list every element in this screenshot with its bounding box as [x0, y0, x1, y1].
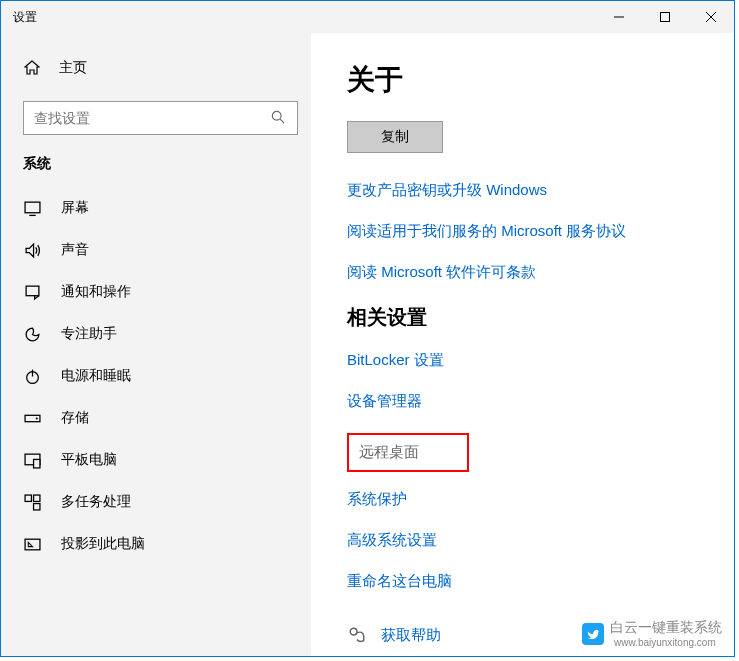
- power-icon: [23, 367, 41, 385]
- search-icon: [271, 110, 287, 126]
- watermark: 白云一键重装系统 www.baiyunxitong.com: [582, 619, 722, 648]
- nav-item-multitask[interactable]: 多任务处理: [1, 481, 311, 523]
- sidebar: 主页 系统 屏幕: [1, 33, 311, 656]
- watermark-text: 白云一键重装系统: [610, 619, 722, 637]
- svg-point-12: [35, 417, 37, 419]
- related-advanced-settings[interactable]: 高级系统设置: [347, 531, 734, 550]
- help-icon: [347, 625, 367, 645]
- focus-icon: [23, 325, 41, 343]
- search-wrap: [1, 101, 311, 135]
- nav-label: 通知和操作: [61, 283, 131, 301]
- svg-rect-15: [25, 495, 31, 501]
- highlight-box: 远程桌面: [347, 433, 469, 472]
- related-remote-desktop: 远程桌面: [359, 443, 419, 462]
- maximize-button[interactable]: [642, 1, 688, 33]
- titlebar: 设置: [1, 1, 734, 33]
- svg-point-4: [272, 111, 281, 120]
- main-content: 关于 复制 更改产品密钥或升级 Windows 阅读适用于我们服务的 Micro…: [311, 33, 734, 656]
- page-title: 关于: [347, 61, 734, 99]
- svg-line-5: [280, 119, 284, 123]
- nav-label: 屏幕: [61, 199, 89, 217]
- nav-item-storage[interactable]: 存储: [1, 397, 311, 439]
- related-bitlocker[interactable]: BitLocker 设置: [347, 351, 734, 370]
- nav-item-notifications[interactable]: 通知和操作: [1, 271, 311, 313]
- nav-item-project[interactable]: 投影到此电脑: [1, 523, 311, 565]
- content: 主页 系统 屏幕: [1, 33, 734, 656]
- section-header: 系统: [1, 151, 311, 187]
- nav-label: 投影到此电脑: [61, 535, 145, 553]
- watermark-icon: [582, 623, 604, 645]
- related-settings-title: 相关设置: [347, 304, 734, 331]
- settings-window: 设置 主页: [0, 0, 735, 657]
- nav-item-sound[interactable]: 声音: [1, 229, 311, 271]
- sound-icon: [23, 241, 41, 259]
- home-icon: [23, 59, 41, 77]
- svg-rect-16: [33, 495, 39, 501]
- svg-point-19: [350, 628, 357, 635]
- nav-item-power[interactable]: 电源和睡眠: [1, 355, 311, 397]
- svg-rect-14: [33, 459, 39, 468]
- link-product-key[interactable]: 更改产品密钥或升级 Windows: [347, 181, 734, 200]
- nav-item-display[interactable]: 屏幕: [1, 187, 311, 229]
- nav-item-tablet[interactable]: 平板电脑: [1, 439, 311, 481]
- link-license-terms[interactable]: 阅读 Microsoft 软件许可条款: [347, 263, 734, 282]
- multitask-icon: [23, 493, 41, 511]
- copy-button[interactable]: 复制: [347, 121, 443, 153]
- window-controls: [596, 1, 734, 33]
- nav-label: 平板电脑: [61, 451, 117, 469]
- search-input[interactable]: [34, 110, 271, 126]
- nav-label: 专注助手: [61, 325, 117, 343]
- project-icon: [23, 535, 41, 553]
- related-device-manager[interactable]: 设备管理器: [347, 392, 734, 411]
- minimize-button[interactable]: [596, 1, 642, 33]
- nav-label: 多任务处理: [61, 493, 131, 511]
- nav-label: 声音: [61, 241, 89, 259]
- window-title: 设置: [1, 9, 596, 26]
- get-help-label: 获取帮助: [381, 626, 441, 645]
- svg-rect-17: [33, 503, 39, 509]
- notifications-icon: [23, 283, 41, 301]
- home-link[interactable]: 主页: [1, 51, 311, 85]
- nav-item-focus[interactable]: 专注助手: [1, 313, 311, 355]
- related-rename-pc[interactable]: 重命名这台电脑: [347, 572, 734, 591]
- display-icon: [23, 199, 41, 217]
- home-label: 主页: [59, 59, 87, 77]
- svg-rect-6: [25, 202, 40, 213]
- nav-label: 存储: [61, 409, 89, 427]
- watermark-sub: www.baiyunxitong.com: [614, 637, 722, 648]
- close-button[interactable]: [688, 1, 734, 33]
- svg-rect-8: [26, 286, 39, 296]
- svg-rect-18: [25, 539, 40, 550]
- nav-label: 电源和睡眠: [61, 367, 131, 385]
- link-service-agreement[interactable]: 阅读适用于我们服务的 Microsoft 服务协议: [347, 222, 734, 241]
- related-system-protection[interactable]: 系统保护: [347, 490, 734, 509]
- storage-icon: [23, 409, 41, 427]
- search-box[interactable]: [23, 101, 298, 135]
- svg-rect-1: [661, 13, 670, 22]
- tablet-icon: [23, 451, 41, 469]
